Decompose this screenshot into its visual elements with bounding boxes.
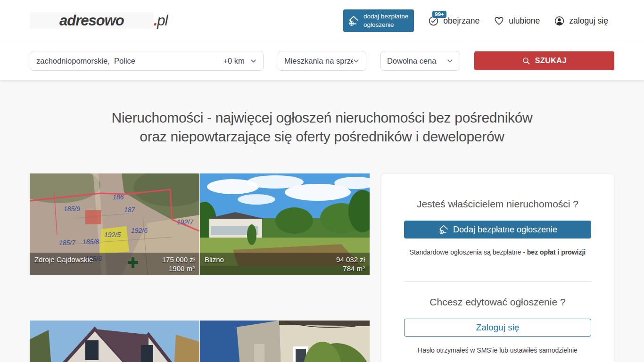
- house-plus-icon: [347, 15, 360, 27]
- main-content: Nieruchomości - najwięcej ogłoszeń nieru…: [0, 80, 644, 362]
- listing-tile[interactable]: Blizno 94 032 zł 784 m²: [200, 173, 370, 275]
- user-circle-icon: [554, 16, 565, 26]
- chevron-down-icon: [250, 58, 257, 65]
- svg-text:185/9: 185/9: [64, 205, 80, 213]
- viewed-label: obejrzane: [443, 16, 479, 26]
- owner-section: Jesteś właścicielem nieruchomości ? Doda…: [381, 174, 614, 282]
- logo-text-tld: pl: [157, 12, 167, 29]
- search-button-label: SZUKAJ: [535, 57, 567, 65]
- category-select[interactable]: Mieszkania na sprzeda: [278, 51, 366, 71]
- viewed-count-badge: 99+: [432, 11, 446, 18]
- login-sidebar-label: Zaloguj się: [476, 322, 520, 333]
- listing-name: Zdroje Gajdowskie: [34, 255, 162, 275]
- add-listing-label: dodaj bezpłatne ogłoszenie: [363, 12, 408, 29]
- listing-price: 175 000 zł: [162, 255, 195, 264]
- svg-text:192/6: 192/6: [131, 227, 148, 234]
- price-select[interactable]: Dowolna cena: [380, 51, 460, 71]
- svg-text:192/7: 192/7: [177, 218, 194, 226]
- edit-section: Chcesz edytować ogłoszenie ? Zaloguj się…: [381, 282, 614, 354]
- listing-overlay: Zdroje Gajdowskie 175 000 zł 1900 m²: [30, 253, 199, 275]
- login-label: zaloguj się: [569, 16, 608, 26]
- search-bar: zachodniopomorskie, Police +0 km Mieszka…: [0, 41, 644, 80]
- svg-text:187: 187: [124, 206, 136, 214]
- favorites-label: ulubione: [509, 16, 540, 26]
- chevron-down-icon: [446, 58, 454, 65]
- radius-value: +0 km: [223, 57, 244, 66]
- edit-title: Chcesz edytować ogłoszenie ?: [404, 296, 591, 308]
- chevron-down-icon: [353, 58, 360, 65]
- owner-title: Jesteś właścicielem nieruchomości ?: [404, 198, 591, 210]
- house-plus-icon: [438, 224, 449, 235]
- heart-icon: [494, 16, 504, 26]
- page-title-line1: Nieruchomości - najwięcej ogłoszeń nieru…: [30, 108, 614, 127]
- listing-overlay: Blizno 94 032 zł 784 m²: [200, 253, 370, 275]
- header-actions: dodaj bezpłatne ogłoszenie 99+ obejrzane…: [343, 9, 608, 32]
- search-icon: [522, 57, 531, 66]
- price-value: Dowolna cena: [387, 57, 437, 66]
- add-listing-sidebar-button[interactable]: Dodaj bezpłatne ogłoszenie: [404, 221, 591, 239]
- listing-area: 784 m²: [336, 264, 365, 273]
- listing-price-area: 94 032 zł 784 m²: [336, 255, 365, 275]
- category-value: Mieszkania na sprzeda: [284, 57, 353, 66]
- add-listing-button[interactable]: dodaj bezpłatne ogłoszenie: [343, 9, 414, 32]
- listing-name: Blizno: [205, 255, 336, 275]
- listing-area: 1900 m²: [162, 264, 195, 273]
- page-title: Nieruchomości - najwięcej ogłoszeń nieru…: [30, 80, 614, 146]
- login-sidebar-button[interactable]: Zaloguj się: [404, 319, 591, 337]
- listing-price-area: 175 000 zł 1900 m²: [162, 255, 195, 275]
- svg-text:186: 186: [113, 193, 124, 201]
- svg-text:192/5: 192/5: [104, 231, 121, 239]
- listing-tile[interactable]: 186 187 185/9 192/5 192/6 192/7 185/7 18…: [30, 173, 199, 275]
- listing-photo-house: [30, 321, 199, 362]
- search-button[interactable]: SZUKAJ: [474, 51, 614, 70]
- logo-text-main: adresowo: [30, 12, 154, 29]
- listing-tile[interactable]: Pyki, ul. Graniczna 370 000 zł: [200, 321, 370, 362]
- page-title-line2: oraz niepowtarzające się oferty pośredni…: [30, 127, 614, 146]
- check-circle-icon: 99+: [428, 16, 439, 26]
- listing-price: 94 032 zł: [336, 255, 365, 264]
- listings-grid: 186 187 185/9 192/5 192/6 192/7 185/7 18…: [30, 173, 370, 362]
- login-link[interactable]: zaloguj się: [554, 16, 608, 26]
- edit-note: Hasło otrzymałeś w SMS'ie lub ustawiłeś …: [404, 346, 591, 354]
- listing-photo-building: [200, 321, 370, 362]
- viewed-link[interactable]: 99+ obejrzane: [428, 16, 479, 26]
- owner-panel: Jesteś właścicielem nieruchomości ? Doda…: [381, 173, 614, 362]
- owner-note: Standardowe ogłoszenia są bezpłatne - be…: [404, 248, 591, 256]
- favorites-link[interactable]: ulubione: [494, 16, 540, 26]
- header: adresowo.pl dodaj bezpłatne ogłoszenie: [0, 0, 644, 41]
- svg-text:185/7: 185/7: [59, 239, 76, 247]
- svg-text:185/8: 185/8: [83, 238, 99, 246]
- location-value: zachodniopomorskie, Police: [36, 57, 223, 66]
- site-logo[interactable]: adresowo.pl: [30, 12, 167, 29]
- location-input[interactable]: zachodniopomorskie, Police +0 km: [30, 51, 264, 71]
- add-listing-sidebar-label: Dodaj bezpłatne ogłoszenie: [453, 225, 557, 235]
- listing-tile[interactable]: Zakrzewo Kościelne 1 250 000 zł: [30, 321, 199, 362]
